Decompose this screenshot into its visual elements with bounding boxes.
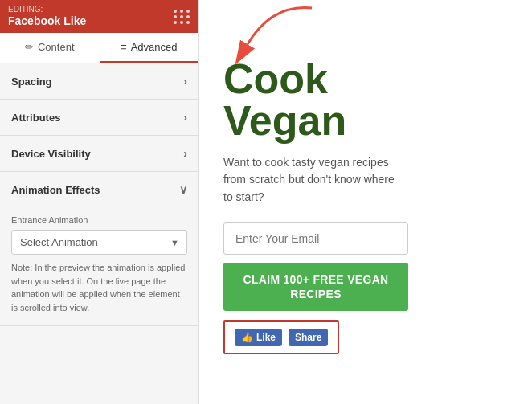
editing-info: EDITING: Facebook Like <box>8 5 86 28</box>
facebook-share-button[interactable]: Share <box>289 329 328 346</box>
accordion-attributes-header[interactable]: Attributes › <box>0 100 198 135</box>
email-input[interactable] <box>223 222 408 255</box>
claim-button[interactable]: CLAIM 100+ FREE VEGAN RECIPES <box>223 263 408 311</box>
tab-bar: ✏ Content ≡ Advanced <box>0 33 198 63</box>
animation-section: Entrance Animation Select Animation ▼ No… <box>0 207 198 325</box>
facebook-widget: 👍 Like Share <box>223 320 339 354</box>
right-panel: Cook Vegan Want to cook tasty vegan reci… <box>199 0 532 404</box>
editing-label: EDITING: <box>8 5 86 14</box>
chevron-down-icon: ∨ <box>179 183 187 196</box>
sliders-icon: ≡ <box>121 41 127 53</box>
facebook-like-button[interactable]: 👍 Like <box>235 329 282 346</box>
entrance-label: Entrance Animation <box>11 215 187 225</box>
chevron-right-icon: › <box>183 75 187 88</box>
chevron-right-icon: › <box>183 147 187 160</box>
main-title: Cook Vegan <box>223 58 346 141</box>
tab-content[interactable]: ✏ Content <box>0 33 100 63</box>
animation-note: Note: In the preview the animation is ap… <box>11 261 187 314</box>
accordion-device-visibility: Device Visibility › <box>0 136 198 172</box>
editing-bar: EDITING: Facebook Like <box>0 0 198 33</box>
accordion-spacing: Spacing › <box>0 63 198 100</box>
accordion-animation-effects-header[interactable]: Animation Effects ∨ <box>0 172 198 207</box>
drag-handle[interactable] <box>174 10 190 24</box>
editing-title: Facebook Like <box>8 14 86 27</box>
tab-advanced[interactable]: ≡ Advanced <box>100 33 199 63</box>
thumbs-up-icon: 👍 <box>241 332 253 343</box>
chevron-right-icon: › <box>183 111 187 124</box>
select-animation-wrapper: Select Animation ▼ <box>11 230 187 255</box>
accordion-spacing-header[interactable]: Spacing › <box>0 63 198 99</box>
select-animation[interactable]: Select Animation <box>11 230 187 255</box>
accordion-animation-effects: Animation Effects ∨ Entrance Animation S… <box>0 172 198 326</box>
subtitle-text: Want to cook tasty vegan recipes from sc… <box>223 154 400 206</box>
accordion-device-visibility-header[interactable]: Device Visibility › <box>0 136 198 171</box>
left-panel: EDITING: Facebook Like ✏ Content ≡ Advan… <box>0 0 199 404</box>
accordion-attributes: Attributes › <box>0 100 198 136</box>
pencil-icon: ✏ <box>25 41 34 53</box>
